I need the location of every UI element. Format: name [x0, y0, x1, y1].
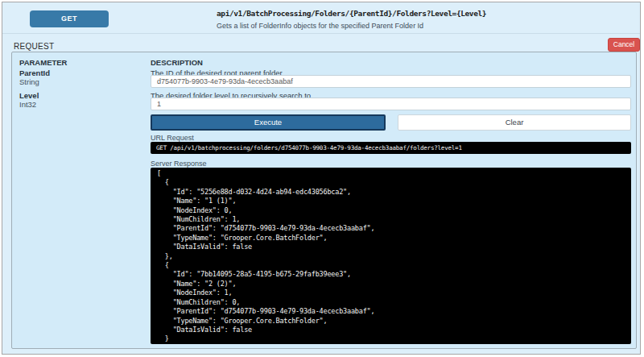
cancel-button[interactable]: Cancel	[608, 38, 640, 52]
api-operation-panel: GET api/v1/BatchProcessing/Folders/{Pare…	[2, 2, 641, 355]
request-section-label: REQUEST	[14, 42, 54, 51]
param-type-parentid: String	[19, 77, 39, 86]
param-type-level: Int32	[19, 100, 36, 109]
operation-summary: Gets a list of FolderInfo objects for th…	[217, 22, 423, 30]
clear-button[interactable]: Clear	[398, 114, 631, 131]
parameter-column-header: PARAMETER	[19, 58, 67, 67]
execute-button[interactable]: Execute	[151, 114, 386, 131]
operation-header: GET api/v1/BatchProcessing/Folders/{Pare…	[2, 2, 640, 34]
operation-path: api/v1/BatchProcessing/Folders/{ParentId…	[217, 9, 486, 18]
server-response-json: [ { "Id": "5256e88d-d032-4d24-ab94-edc43…	[151, 168, 631, 344]
http-method-button[interactable]: GET	[30, 10, 109, 27]
description-column-header: DESCRIPTION	[151, 58, 203, 67]
url-request-value: GET /api/v1/batchprocessing/folders/d754…	[151, 142, 631, 154]
request-form-panel: PARAMETER DESCRIPTION ParentId String Th…	[11, 52, 637, 349]
param-name-level: Level	[19, 91, 39, 100]
parentid-input[interactable]	[151, 75, 631, 88]
level-input[interactable]	[151, 98, 631, 110]
server-response-console: [ { "Id": "5256e88d-d032-4d24-ab94-edc43…	[151, 168, 631, 344]
param-name-parentid: ParentId	[19, 68, 50, 77]
url-request-label: URL Request	[151, 134, 194, 142]
server-response-label: Server Response	[151, 160, 207, 168]
